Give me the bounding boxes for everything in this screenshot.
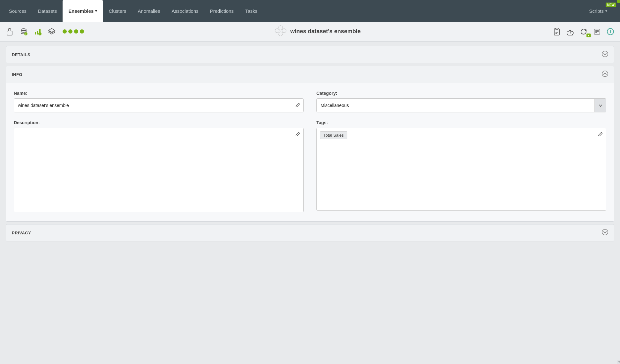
info-section: INFO Name: <box>6 66 614 222</box>
nav-tasks[interactable]: Tasks <box>239 0 263 22</box>
privacy-header[interactable]: PRIVACY <box>6 224 614 241</box>
dot-2 <box>68 29 72 34</box>
nav-scripts[interactable]: Scripts ▾ NEW <box>583 0 617 22</box>
database-icon[interactable]: + <box>18 26 29 37</box>
category-label: Category: <box>316 91 606 96</box>
details-chevron-icon <box>602 51 608 58</box>
details-title: DETAILS <box>12 52 30 57</box>
nav-ensembles[interactable]: Ensembles ▾ <box>63 0 103 22</box>
list-icon[interactable]: ▾ <box>591 26 603 37</box>
toolbar-left: + ↑ + <box>4 26 84 37</box>
ensemble-icon <box>274 24 287 39</box>
tags-edit-icon[interactable] <box>598 132 603 137</box>
ensembles-dropdown-arrow: ▾ <box>95 9 97 13</box>
svg-text:i: i <box>610 29 611 34</box>
clipboard-icon[interactable] <box>551 26 563 37</box>
toolbar-title: wines dataset's ensemble <box>84 24 551 39</box>
progress-dots <box>63 29 84 34</box>
toolbar: + ↑ + <box>0 22 620 42</box>
svg-point-24 <box>602 51 608 57</box>
nav-datasets[interactable]: Datasets <box>32 0 63 22</box>
layers-icon[interactable]: + <box>46 26 57 37</box>
info-icon[interactable]: i <box>605 26 616 37</box>
nav-clusters[interactable]: Clusters <box>103 0 132 22</box>
chart-icon[interactable]: ↑ <box>32 26 43 37</box>
info-body: Name: Category: <box>6 83 614 221</box>
svg-point-25 <box>602 71 608 77</box>
dot-1 <box>63 29 67 34</box>
details-section: DETAILS <box>6 46 614 63</box>
description-label: Description: <box>14 120 304 125</box>
category-dropdown-arrow <box>594 99 606 112</box>
svg-rect-13 <box>554 29 559 35</box>
category-field-group: Category: Miscellaneous Business Finance… <box>316 91 606 112</box>
description-edit-icon[interactable] <box>296 132 300 137</box>
svg-rect-5 <box>37 31 38 34</box>
name-field-group: Name: <box>14 91 304 112</box>
svg-text:↑: ↑ <box>39 33 41 35</box>
name-edit-icon[interactable] <box>296 103 300 108</box>
svg-point-26 <box>602 229 608 235</box>
privacy-section: PRIVACY <box>6 224 614 241</box>
svg-rect-14 <box>556 28 558 29</box>
toolbar-right: ▾ ▾ i <box>551 26 616 37</box>
info-grid: Name: Category: <box>14 91 606 212</box>
svg-point-9 <box>275 29 279 33</box>
description-field-group: Description: <box>14 120 304 212</box>
svg-point-11 <box>282 29 286 33</box>
svg-rect-0 <box>7 31 12 35</box>
name-input[interactable] <box>18 103 291 108</box>
svg-text:+: + <box>25 33 26 35</box>
category-select[interactable]: Miscellaneous Business Finance Health Sc… <box>317 99 594 112</box>
description-textarea[interactable] <box>17 131 292 209</box>
top-navigation: Sources Datasets Ensembles ▾ Clusters An… <box>0 0 620 22</box>
svg-point-12 <box>279 32 283 36</box>
main-content: DETAILS INFO Name: <box>0 42 620 248</box>
tags-label: Tags: <box>316 120 606 125</box>
details-header[interactable]: DETAILS <box>6 46 614 63</box>
scripts-new-badge: NEW <box>606 3 616 7</box>
description-textarea-wrapper <box>14 128 304 212</box>
svg-point-10 <box>279 26 283 30</box>
info-title: INFO <box>12 72 22 77</box>
tag-total-sales: Total Sales <box>320 131 347 139</box>
svg-rect-4 <box>35 32 36 34</box>
lock-icon <box>4 26 15 37</box>
nav-associations[interactable]: Associations <box>166 0 204 22</box>
svg-point-1 <box>21 29 26 31</box>
ensemble-title: wines dataset's ensemble <box>290 28 360 35</box>
dot-4 <box>80 29 84 34</box>
nav-sources[interactable]: Sources <box>3 0 32 22</box>
refresh-icon[interactable]: ▾ <box>578 26 589 37</box>
upload-icon[interactable] <box>564 26 576 37</box>
nav-anomalies[interactable]: Anomalies <box>132 0 166 22</box>
nav-predictions[interactable]: Predictions <box>204 0 239 22</box>
name-label: Name: <box>14 91 304 96</box>
info-chevron-icon <box>602 71 608 78</box>
tags-wrapper: Total Sales <box>316 128 606 211</box>
info-header[interactable]: INFO <box>6 66 614 83</box>
scripts-area: Scripts ▾ NEW <box>583 0 617 22</box>
dot-3 <box>74 29 78 34</box>
privacy-chevron-icon <box>602 229 608 237</box>
privacy-title: PRIVACY <box>12 231 31 235</box>
name-input-wrapper <box>14 98 304 112</box>
scripts-dropdown-arrow: ▾ <box>605 9 607 13</box>
tags-field-group: Tags: Total Sales <box>316 120 606 212</box>
